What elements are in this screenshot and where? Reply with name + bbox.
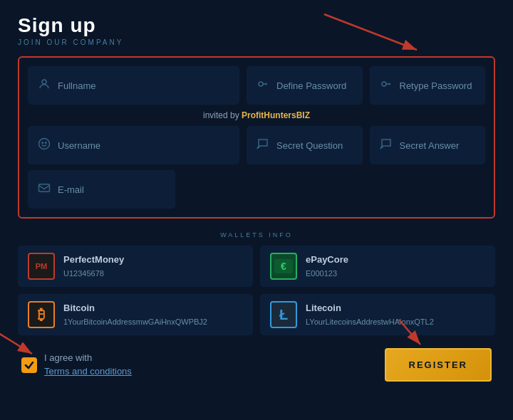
svg-line-13 [399,320,420,345]
email-field-box [28,170,175,209]
svg-point-2 [42,80,46,84]
svg-line-1 [324,14,417,50]
epaycore-logo: € [270,253,297,280]
retype-password-input[interactable] [400,80,476,91]
bitcoin-info: Bitcoin [63,303,243,327]
arrow-indicator [281,7,438,61]
user-icon [38,78,51,93]
svg-line-11 [0,325,32,354]
svg-point-3 [259,82,263,86]
form-row-1 [28,66,485,105]
secret-answer-input[interactable] [400,140,476,151]
key-icon-2 [380,78,393,93]
svg-point-5 [42,142,43,144]
define-password-field-box [247,66,363,105]
agree-section: I agree with Terms and conditions [21,352,132,377]
arrow-register [363,316,435,352]
register-button[interactable]: REGISTER [385,348,492,382]
svg-rect-7 [39,184,50,192]
bottom-row: I agree with Terms and conditions REGIST… [18,348,495,382]
bitcoin-name: Bitcoin [63,303,243,313]
arrow-checkbox [0,318,71,361]
svg-text:€: € [281,261,286,272]
username-icon [38,137,51,153]
retype-password-field-box [370,66,486,105]
epaycore-wallet: € ePayCore [260,246,495,287]
epaycore-input[interactable] [306,269,485,278]
wallets-label: WALLETS INFO [18,231,495,238]
inviter-link[interactable]: ProfitHuntersBIZ [242,110,310,120]
epaycore-info: ePayCore [306,254,485,279]
perfectmoney-name: PerfectMoney [63,254,243,265]
username-input[interactable] [58,140,229,151]
perfectmoney-logo: PM [28,253,55,280]
perfectmoney-wallet: PM PerfectMoney [18,246,253,287]
chat-icon-2 [380,137,393,153]
form-row-3 [28,170,485,209]
epaycore-name: ePayCore [306,254,485,265]
secret-question-input[interactable] [276,140,353,151]
email-input[interactable] [58,184,165,195]
registration-form: invited by ProfitHuntersBIZ [18,56,495,219]
email-icon [38,182,51,197]
invited-by-row: invited by ProfitHuntersBIZ [28,110,485,120]
bitcoin-input[interactable] [63,317,243,326]
secret-question-field-box [247,126,363,164]
litecoin-name: Litecoin [306,303,485,313]
litecoin-logo: Ł [270,301,297,328]
form-row-2 [28,126,485,164]
fullname-field-box [28,66,239,105]
perfectmoney-info: PerfectMoney [63,254,243,279]
fullname-input[interactable] [58,80,229,91]
page-container: Sign up JOIN OUR COMPANY [0,0,513,396]
username-field-box [28,126,239,164]
define-password-input[interactable] [276,80,353,91]
key-icon-1 [256,78,269,93]
svg-point-4 [382,82,386,86]
chat-icon-1 [256,137,269,153]
terms-link[interactable]: Terms and conditions [44,366,132,377]
svg-point-6 [46,142,47,144]
perfectmoney-input[interactable] [63,269,243,278]
secret-answer-field-box [370,126,486,164]
